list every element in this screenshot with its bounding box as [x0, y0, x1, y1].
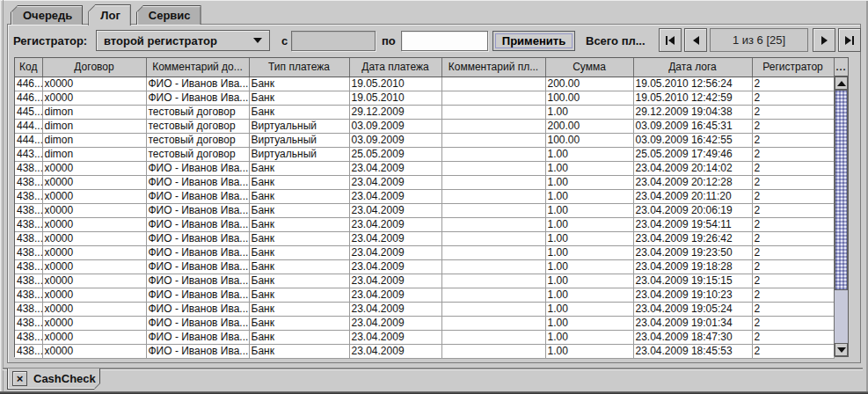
table-cell: Банк [249, 175, 349, 189]
table-cell: 19.05.2010 12:56:24 [633, 77, 752, 91]
table-cell: 2 [752, 288, 834, 302]
column-header[interactable]: Комментарий до... [146, 58, 249, 77]
table-cell: 2 [752, 147, 834, 161]
table-cell: x0000 [42, 302, 146, 316]
table-cell: 1.00 [545, 161, 633, 175]
table-cell: 23.04.2009 20:11:20 [633, 189, 752, 203]
window-frame-left [3, 0, 4, 391]
table-cell: ФИО - Иванов Ива... [146, 91, 249, 105]
tab-service[interactable]: Сервис [136, 5, 201, 25]
table-cell: тестовый договор [146, 133, 249, 147]
registrar-combobox[interactable]: второй регистратор [96, 30, 270, 51]
table-row[interactable]: 438...x0000ФИО - Иванов Ива...Банк23.04.… [15, 274, 834, 288]
table-cell: 23.04.2009 19:10:23 [633, 288, 752, 302]
table-row[interactable]: 438...x0000ФИО - Иванов Ива...Банк23.04.… [15, 203, 834, 217]
apply-button[interactable]: Применить [492, 31, 575, 51]
table-cell [441, 147, 545, 161]
table-cell: x0000 [42, 274, 146, 288]
table-cell: 1.00 [545, 259, 633, 274]
table-cell: 23.04.2009 18:45:53 [633, 344, 752, 358]
table-row[interactable]: 438...x0000ФИО - Иванов Ива...Банк23.04.… [15, 330, 834, 344]
column-options-button[interactable]: ... [834, 58, 848, 77]
table-row[interactable]: 446...x0000ФИО - Иванов Ива...Банк19.05.… [15, 77, 834, 91]
table-cell: x0000 [42, 217, 146, 231]
last-page-button[interactable] [838, 28, 861, 52]
table-cell: Банк [249, 245, 349, 259]
prev-page-icon [693, 36, 699, 45]
table-cell: 1.00 [545, 344, 633, 358]
table-cell: 1.00 [545, 316, 633, 330]
column-header[interactable]: Дата платежа [349, 58, 441, 77]
table-row[interactable]: 445...dimonтестовый договорБанк29.12.200… [15, 105, 834, 119]
table-cell: 445... [15, 105, 42, 119]
table-row[interactable]: 446...x0000ФИО - Иванов Ива...Банк19.05.… [15, 91, 834, 105]
table-cell: x0000 [42, 344, 146, 358]
column-header[interactable]: Договор [42, 58, 146, 77]
table-cell: 23.04.2009 19:18:28 [633, 259, 752, 274]
date-to-input[interactable] [401, 31, 488, 51]
table-cell: 2 [752, 316, 834, 330]
table-cell: x0000 [42, 245, 146, 259]
first-page-button[interactable] [659, 28, 682, 52]
table-cell: Банк [249, 259, 349, 274]
column-header[interactable]: Комментарий пл... [441, 58, 545, 77]
prev-page-button[interactable] [684, 28, 707, 52]
pager: 1 из 6 [25] [659, 28, 861, 52]
table-row[interactable]: 444...dimonтестовый договорВиртуальный03… [15, 133, 834, 147]
table-cell: 438... [15, 189, 42, 203]
table-cell: ФИО - Иванов Ива... [146, 231, 249, 245]
table-cell [441, 203, 545, 217]
column-header[interactable]: Сумма [545, 58, 633, 77]
table-cell: 2 [752, 245, 834, 259]
tab-log[interactable]: Лог [88, 4, 130, 26]
scroll-up-button[interactable] [835, 77, 848, 90]
table-cell: 443... [15, 147, 42, 161]
table-cell: 23.04.2009 20:12:28 [633, 175, 752, 189]
table-cell: 29.12.2009 19:04:38 [633, 105, 752, 119]
table-cell [441, 77, 545, 91]
column-header[interactable]: Дата лога [633, 58, 752, 77]
registrar-label: Регистратор: [13, 34, 87, 47]
date-from-input[interactable] [291, 31, 376, 51]
table-cell: Банк [249, 91, 349, 105]
scrollbar-track[interactable] [835, 290, 848, 343]
table-cell: Банк [249, 161, 349, 175]
table-cell: ФИО - Иванов Ива... [146, 77, 249, 91]
table-row[interactable]: 438...x0000ФИО - Иванов Ива...Банк23.04.… [15, 189, 834, 203]
table-row[interactable]: 443...dimonтестовый договорВиртуальный25… [15, 147, 834, 161]
table-cell: dimon [42, 133, 146, 147]
table-row[interactable]: 438...x0000ФИО - Иванов Ива...Банк23.04.… [15, 259, 834, 274]
triangle-right-icon [845, 36, 851, 45]
table-cell: 23.04.2009 19:05:24 [633, 302, 752, 316]
table-cell: 19.05.2010 [349, 91, 441, 105]
table-row[interactable]: 444...dimonтестовый договорВиртуальный03… [15, 119, 834, 133]
table-row[interactable]: 438...x0000ФИО - Иванов Ива...Банк23.04.… [15, 316, 834, 330]
table-row[interactable]: 438...x0000ФИО - Иванов Ива...Банк23.04.… [15, 288, 834, 302]
table-row[interactable]: 438...x0000ФИО - Иванов Ива...Банк23.04.… [15, 245, 834, 259]
table-cell: x0000 [42, 316, 146, 330]
scroll-down-button[interactable] [835, 343, 848, 356]
table-cell: ФИО - Иванов Ива... [146, 161, 249, 175]
table-cell: 438... [15, 316, 42, 330]
table-row[interactable]: 438...x0000ФИО - Иванов Ива...Банк23.04.… [15, 217, 834, 231]
table-cell: Банк [249, 288, 349, 302]
scrollbar-thumb[interactable] [835, 90, 848, 290]
table-cell: 23.04.2009 [349, 288, 441, 302]
column-header[interactable]: Регистратор [752, 58, 834, 77]
next-page-button[interactable] [813, 28, 835, 52]
table-cell: Виртуальный [249, 147, 349, 161]
close-tab-icon[interactable]: × [12, 371, 27, 386]
table-row[interactable]: 438...x0000ФИО - Иванов Ива...Банк23.04.… [15, 161, 834, 175]
log-table-scrollpane: КодДоговорКомментарий до...Тип платежаДа… [14, 57, 849, 357]
table-cell: 438... [15, 161, 42, 175]
top-tab-bar: Очередь Лог Сервис [11, 4, 201, 26]
column-header[interactable]: Код [15, 58, 42, 77]
tab-cashcheck[interactable]: × CashCheck [7, 368, 100, 390]
table-row[interactable]: 438...x0000ФИО - Иванов Ива...Банк23.04.… [15, 175, 834, 189]
table-row[interactable]: 438...x0000ФИО - Иванов Ива...Банк23.04.… [15, 302, 834, 316]
table-cell: 23.04.2009 19:26:42 [633, 231, 752, 245]
column-header[interactable]: Тип платежа [249, 58, 349, 77]
tab-queue[interactable]: Очередь [11, 5, 83, 25]
table-row[interactable]: 438...x0000ФИО - Иванов Ива...Банк23.04.… [15, 344, 834, 358]
table-row[interactable]: 438...x0000ФИО - Иванов Ива...Банк23.04.… [15, 231, 834, 245]
